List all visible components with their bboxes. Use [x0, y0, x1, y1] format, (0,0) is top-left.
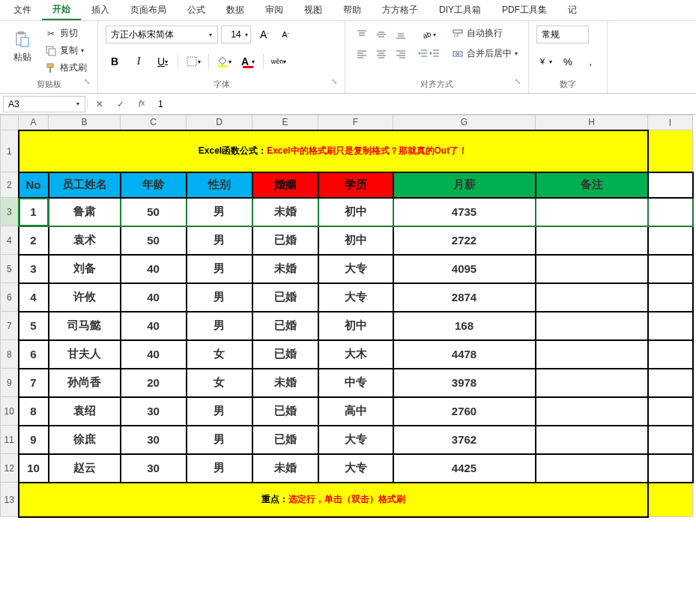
- row-header-10[interactable]: 10: [1, 397, 19, 426]
- underline-button[interactable]: U▾: [154, 52, 172, 70]
- bold-button[interactable]: B: [106, 52, 124, 70]
- row-header-6[interactable]: 6: [1, 283, 19, 312]
- table-header-5[interactable]: 学历: [318, 172, 393, 198]
- cell-edu[interactable]: 大专: [318, 454, 393, 483]
- cell-note[interactable]: [536, 312, 648, 340]
- cell-salary[interactable]: 168: [393, 312, 536, 340]
- decrease-indent-button[interactable]: [417, 48, 428, 58]
- cell-age[interactable]: 50: [121, 198, 187, 226]
- merge-center-button[interactable]: 合并后居中 ▾: [449, 46, 521, 61]
- cell-marriage[interactable]: 已婚: [252, 340, 318, 369]
- cell-edu[interactable]: 高中: [318, 397, 393, 426]
- cell-sex[interactable]: 男: [187, 454, 252, 483]
- menu-item-8[interactable]: 帮助: [333, 1, 372, 19]
- cell-salary[interactable]: 2760: [393, 397, 536, 426]
- row-header-13[interactable]: 13: [1, 483, 19, 517]
- row-header-2[interactable]: 2: [1, 172, 19, 198]
- cell-note[interactable]: [536, 369, 648, 397]
- cell-edu[interactable]: 大木: [318, 340, 393, 369]
- menu-item-12[interactable]: 记: [557, 1, 587, 19]
- cell-note[interactable]: [536, 340, 648, 369]
- cell-salary[interactable]: 2722: [393, 226, 536, 255]
- italic-button[interactable]: I: [130, 52, 148, 70]
- row-header-8[interactable]: 8: [1, 340, 19, 369]
- cell-age[interactable]: 20: [121, 369, 187, 397]
- cell-age[interactable]: 40: [121, 255, 187, 283]
- cell-marriage[interactable]: 未婚: [252, 454, 318, 483]
- column-header-D[interactable]: D: [187, 115, 252, 130]
- accept-formula-button[interactable]: ✓: [113, 99, 128, 109]
- increase-font-button[interactable]: Aˆ: [255, 25, 273, 43]
- cell-no[interactable]: 7: [19, 369, 49, 397]
- cell-salary[interactable]: 2874: [393, 283, 536, 312]
- cell-edu[interactable]: 初中: [318, 198, 393, 226]
- row-header-1[interactable]: 1: [1, 130, 19, 172]
- cell-note[interactable]: [536, 198, 648, 226]
- cell-age[interactable]: 40: [121, 283, 187, 312]
- column-header-G[interactable]: G: [393, 115, 536, 130]
- cell-age[interactable]: 30: [121, 426, 187, 454]
- cell-salary[interactable]: 4425: [393, 454, 536, 483]
- cell-salary[interactable]: 4735: [393, 198, 536, 226]
- cell-name[interactable]: 许攸: [49, 283, 121, 312]
- cell-marriage[interactable]: 已婚: [252, 312, 318, 340]
- paste-button[interactable]: 粘贴: [7, 25, 37, 67]
- column-header-F[interactable]: F: [318, 115, 393, 130]
- menu-item-3[interactable]: 页面布局: [120, 1, 177, 19]
- orientation-button[interactable]: ab▾: [417, 25, 440, 43]
- cell-salary[interactable]: 3978: [393, 369, 536, 397]
- column-header-H[interactable]: H: [536, 115, 648, 130]
- align-center-button[interactable]: [372, 45, 390, 63]
- cell-name[interactable]: 袁绍: [49, 397, 121, 426]
- font-color-button[interactable]: A ▾: [239, 52, 257, 70]
- cell-note[interactable]: [536, 454, 648, 483]
- cell-name[interactable]: 赵云: [49, 454, 121, 483]
- cell-age[interactable]: 40: [121, 340, 187, 369]
- row-header-4[interactable]: 4: [1, 226, 19, 255]
- select-all-corner[interactable]: [1, 115, 19, 130]
- align-top-button[interactable]: [353, 25, 371, 43]
- cell-sex[interactable]: 女: [187, 340, 252, 369]
- cell-note[interactable]: [536, 255, 648, 283]
- cell-marriage[interactable]: 已婚: [252, 426, 318, 454]
- cell-age[interactable]: 30: [121, 397, 187, 426]
- table-header-1[interactable]: 员工姓名: [49, 172, 121, 198]
- comma-button[interactable]: ,: [581, 52, 599, 70]
- cell-salary[interactable]: 4095: [393, 255, 536, 283]
- cell-edu[interactable]: 初中: [318, 312, 393, 340]
- title-cell[interactable]: Excel函数公式：Excel中的格式刷只是复制格式？那就真的Out了！: [19, 130, 648, 172]
- dialog-launcher-icon[interactable]: ⤡: [331, 77, 337, 85]
- footer-cell[interactable]: 重点：选定行，单击（双击）格式刷: [19, 483, 648, 517]
- dialog-launcher-icon[interactable]: ⤡: [515, 77, 521, 85]
- cell-no[interactable]: 4: [19, 283, 49, 312]
- cell-name[interactable]: 徐庶: [49, 426, 121, 454]
- cell-no[interactable]: 3: [19, 255, 49, 283]
- cell-no[interactable]: 2: [19, 226, 49, 255]
- cell-note[interactable]: [536, 226, 648, 255]
- cell-marriage[interactable]: 未婚: [252, 255, 318, 283]
- row-header-3[interactable]: 3: [1, 198, 19, 226]
- cell-edu[interactable]: 初中: [318, 226, 393, 255]
- format-painter-button[interactable]: 格式刷: [42, 60, 90, 76]
- name-box[interactable]: [3, 96, 85, 112]
- cell-marriage[interactable]: 已婚: [252, 226, 318, 255]
- column-header-I[interactable]: I: [648, 115, 693, 130]
- cell-name[interactable]: 孙尚香: [49, 369, 121, 397]
- chevron-down-icon[interactable]: ▾: [76, 100, 79, 107]
- formula-input[interactable]: [154, 96, 696, 112]
- column-header-B[interactable]: B: [49, 115, 121, 130]
- cell-edu[interactable]: 大专: [318, 426, 393, 454]
- cell-sex[interactable]: 男: [187, 198, 252, 226]
- percent-button[interactable]: %: [559, 52, 577, 70]
- menu-item-6[interactable]: 审阅: [255, 1, 294, 19]
- cell-edu[interactable]: 大专: [318, 283, 393, 312]
- menu-item-0[interactable]: 文件: [3, 1, 42, 19]
- chevron-down-icon[interactable]: ▾: [209, 31, 212, 38]
- cell-sex[interactable]: 男: [187, 426, 252, 454]
- fill-color-button[interactable]: ▾: [215, 52, 233, 70]
- menu-item-11[interactable]: PDF工具集: [491, 1, 557, 19]
- cell-salary[interactable]: 3762: [393, 426, 536, 454]
- menu-item-9[interactable]: 方方格子: [372, 1, 429, 19]
- cell-no[interactable]: 9: [19, 426, 49, 454]
- cell-sex[interactable]: 男: [187, 397, 252, 426]
